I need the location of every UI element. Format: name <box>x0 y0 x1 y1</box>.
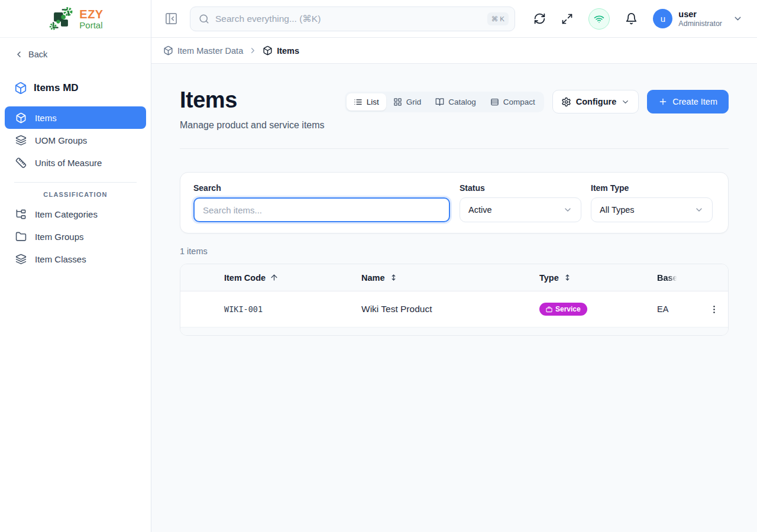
section-divider <box>180 148 729 149</box>
status-value: Active <box>468 205 492 215</box>
table-row[interactable]: WIKI-001 Wiki Test Product Service EA <box>180 291 728 327</box>
sort-asc-icon <box>270 273 279 282</box>
page-subtitle: Manage product and service items <box>180 120 325 131</box>
breadcrumb-current: Items <box>263 46 299 56</box>
view-list-button[interactable]: List <box>347 93 386 111</box>
page-title: Items <box>180 87 325 113</box>
sidebar-item-label: UOM Groups <box>35 135 87 145</box>
layers-icon <box>15 135 27 146</box>
row-actions-button[interactable] <box>700 291 728 327</box>
sidebar-item-item-groups[interactable]: Item Groups <box>5 225 146 248</box>
sidebar-item-label: Item Classes <box>35 254 86 264</box>
view-mode-switcher: List Grid Catalog <box>345 92 544 112</box>
column-header-name[interactable]: Name <box>361 273 539 283</box>
sidebar-nav: Items UOM Groups Units of Measure CLASSI… <box>0 104 151 270</box>
cell-type: Service <box>539 303 657 316</box>
sidebar-item-item-categories[interactable]: Item Categories <box>5 203 146 225</box>
book-open-icon <box>435 98 444 106</box>
sidebar-section-label: CLASSIFICATION <box>5 183 146 203</box>
package-icon <box>263 46 273 56</box>
item-type-value: All Types <box>600 205 635 215</box>
items-search-input[interactable] <box>193 197 450 222</box>
view-grid-button[interactable]: Grid <box>386 93 429 111</box>
folder-tree-icon <box>15 209 27 220</box>
user-role: Administrator <box>678 20 722 28</box>
configure-label: Configure <box>576 97 616 106</box>
grid-icon <box>393 98 402 106</box>
gear-icon <box>561 97 571 107</box>
brand-name-primary: EZY <box>79 8 103 20</box>
item-type-filter-label: Item Type <box>591 183 713 193</box>
user-menu[interactable]: u user Administrator <box>653 9 743 28</box>
cell-base-uom: EA <box>657 304 700 314</box>
refresh-icon[interactable] <box>533 12 546 25</box>
view-compact-button[interactable]: Compact <box>483 93 542 111</box>
table-footer-strip <box>180 327 728 335</box>
sidebar-item-label: Items <box>35 113 57 123</box>
cell-name: Wiki Test Product <box>361 304 539 314</box>
status-select[interactable]: Active <box>460 197 581 222</box>
filter-card: Search Status Active Item Type All Types <box>180 172 729 233</box>
create-item-label: Create Item <box>672 97 717 106</box>
breadcrumb-current-label: Items <box>277 46 299 56</box>
chevron-down-icon <box>733 14 743 24</box>
type-badge: Service <box>539 303 587 316</box>
shortcut-badge: ⌘ K <box>487 12 509 25</box>
configure-button[interactable]: Configure <box>552 90 639 113</box>
fullscreen-icon[interactable] <box>561 13 573 25</box>
bell-icon[interactable] <box>625 12 638 25</box>
main-area: ⌘ K u user Administrator <box>151 0 757 532</box>
view-list-label: List <box>367 98 379 106</box>
list-icon <box>354 98 363 106</box>
plus-icon <box>658 97 668 106</box>
items-table: Item Code Name Type <box>180 264 729 336</box>
column-header-type[interactable]: Type <box>539 273 657 283</box>
package-icon <box>163 46 173 56</box>
results-count: 1 items <box>180 246 729 256</box>
breadcrumb-item-master-data[interactable]: Item Master Data <box>163 46 243 56</box>
avatar: u <box>653 9 672 28</box>
wifi-icon <box>594 14 604 24</box>
layers-icon <box>15 254 27 265</box>
kebab-menu-icon <box>709 304 719 314</box>
view-catalog-button[interactable]: Catalog <box>428 93 483 111</box>
sidebar-toggle-icon[interactable] <box>164 12 178 25</box>
sidebar-item-item-classes[interactable]: Item Classes <box>5 248 146 270</box>
package-icon <box>15 112 27 124</box>
chevron-down-icon <box>694 205 704 215</box>
sort-both-icon <box>563 273 572 282</box>
sidebar: EZY Portal Back Items MD Items UOM Group… <box>0 0 151 532</box>
ruler-icon <box>15 157 27 168</box>
cell-item-code: WIKI-001 <box>180 304 361 314</box>
global-search-input[interactable] <box>215 14 481 24</box>
module-header: Items MD <box>0 65 151 104</box>
sidebar-item-label: Units of Measure <box>35 158 102 168</box>
search-icon <box>199 14 209 24</box>
column-header-base[interactable]: Base <box>657 273 700 283</box>
page-content: Items Manage product and service items L… <box>151 64 757 532</box>
sort-both-icon <box>389 273 398 282</box>
global-search[interactable]: ⌘ K <box>190 7 515 31</box>
module-title: Items MD <box>34 82 79 94</box>
search-filter-label: Search <box>193 183 450 193</box>
breadcrumb-parent-label: Item Master Data <box>177 46 243 56</box>
view-catalog-label: Catalog <box>448 98 476 106</box>
item-type-select[interactable]: All Types <box>591 197 713 222</box>
create-item-button[interactable]: Create Item <box>647 90 729 113</box>
chevron-right-icon <box>248 46 257 55</box>
status-filter-label: Status <box>460 183 581 193</box>
top-header: ⌘ K u user Administrator <box>151 0 757 38</box>
chevron-left-icon <box>14 50 24 59</box>
rows-icon <box>490 98 499 106</box>
sidebar-item-items[interactable]: Items <box>5 106 146 129</box>
back-button[interactable]: Back <box>0 38 151 65</box>
brand-logo[interactable]: EZY Portal <box>0 0 151 38</box>
connection-status[interactable] <box>588 8 610 30</box>
briefcase-icon <box>546 306 552 313</box>
column-header-item-code[interactable]: Item Code <box>180 273 361 283</box>
sidebar-item-uom-groups[interactable]: UOM Groups <box>5 129 146 151</box>
sidebar-item-units-of-measure[interactable]: Units of Measure <box>5 151 146 174</box>
sidebar-item-label: Item Categories <box>35 209 98 219</box>
breadcrumb: Item Master Data Items <box>151 38 757 64</box>
view-grid-label: Grid <box>406 98 422 106</box>
